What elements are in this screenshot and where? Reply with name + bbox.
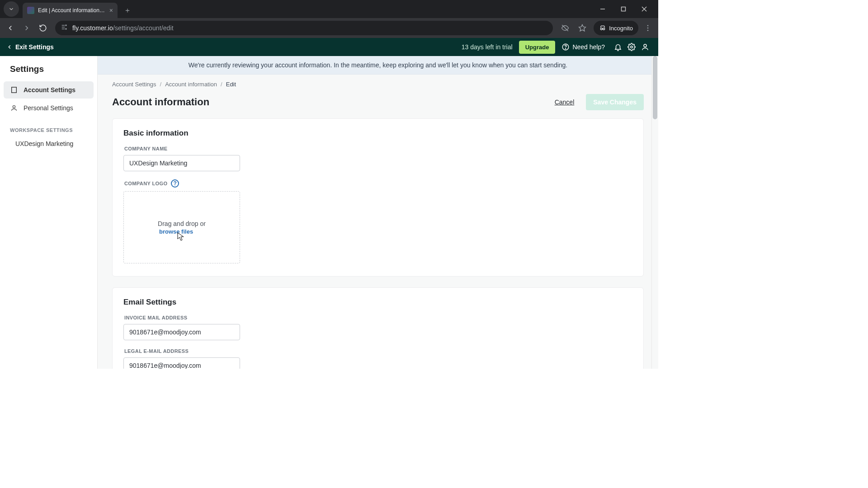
reload-button[interactable] [35,20,51,36]
breadcrumb: Account Settings / Account information /… [98,75,658,88]
need-help-button[interactable]: Need help? [561,43,605,51]
svg-point-19 [644,44,646,47]
trial-status: 13 days left in trial [462,43,513,51]
settings-sidebar: Settings Account Settings Personal Setti… [0,56,98,369]
page-header: Account information Cancel Save Changes [98,88,658,118]
incognito-badge[interactable]: Incognito [594,21,638,35]
sidebar-item-workspace[interactable]: UXDesign Marketing [0,136,97,151]
svg-point-18 [631,46,633,48]
upgrade-button[interactable]: Upgrade [519,41,556,54]
tab-search-button[interactable] [4,1,19,17]
basic-information-title: Basic information [123,129,632,138]
tab-close-button[interactable]: × [109,7,113,14]
svg-point-15 [647,30,649,31]
svg-rect-1 [622,7,626,11]
help-circle-icon [561,43,570,51]
svg-point-11 [601,28,603,30]
company-name-input[interactable] [123,155,240,171]
save-changes-button[interactable]: Save Changes [586,94,644,110]
chevron-left-icon [6,44,13,50]
breadcrumb-account-information[interactable]: Account information [165,81,217,88]
sidebar-item-personal-settings[interactable]: Personal Settings [4,99,94,117]
browser-tab[interactable]: Edit | Account information | Ac × [23,3,118,18]
sidebar-item-label: Personal Settings [24,104,73,112]
new-tab-button[interactable]: ＋ [121,4,134,17]
eye-off-icon[interactable] [557,20,573,36]
dropzone-text: Drag and drop or [158,220,206,227]
svg-point-12 [603,28,605,30]
sidebar-title: Settings [0,64,97,80]
email-settings-title: Email Settings [123,298,632,307]
notifications-button[interactable] [611,40,625,54]
sidebar-item-account-settings[interactable]: Account Settings [4,81,94,99]
svg-point-17 [566,48,566,49]
exit-settings-button[interactable]: Exit Settings [6,43,54,51]
vertical-scrollbar[interactable] [651,56,658,369]
window-controls [592,0,655,18]
invoice-mail-label: INVOICE MAIL ADDRESS [124,315,632,320]
svg-point-8 [66,28,66,29]
workspace-settings-heading: WORKSPACE SETTINGS [0,117,97,136]
site-info-icon[interactable] [61,23,68,33]
svg-point-13 [647,25,649,26]
building-icon [10,86,18,94]
exit-settings-label: Exit Settings [15,43,54,51]
breadcrumb-current: Edit [226,81,236,88]
breadcrumb-account-settings[interactable]: Account Settings [112,81,156,88]
incognito-icon [599,24,606,32]
svg-rect-20 [12,87,17,93]
browser-toolbar: fly.customer.io/settings/account/edit In… [0,18,658,38]
back-button[interactable] [3,20,18,36]
settings-gear-button[interactable] [625,40,638,54]
tab-title: Edit | Account information | Ac [38,7,106,14]
basic-information-card: Basic information COMPANY NAME COMPANY L… [112,118,644,277]
content-area: We're currently reviewing your account i… [98,56,658,369]
incognito-label: Incognito [609,25,633,32]
maximize-button[interactable] [613,0,634,18]
window-close-button[interactable] [634,0,655,18]
user-icon [10,104,18,112]
sidebar-item-label: Account Settings [24,86,75,94]
review-banner: We're currently reviewing your account i… [98,56,658,75]
legal-mail-label: LEGAL E-MAIL ADDRESS [124,348,632,354]
page-title: Account information [112,96,209,108]
url-text: fly.customer.io/settings/account/edit [72,24,174,32]
favicon-icon [27,7,34,14]
scrollbar-thumb[interactable] [653,56,657,119]
help-icon[interactable]: ? [171,179,179,188]
browser-menu-button[interactable] [640,20,656,36]
svg-point-14 [647,28,649,29]
bookmark-star-icon[interactable] [575,20,590,36]
invoice-mail-input[interactable] [123,324,240,340]
profile-button[interactable] [638,40,652,54]
browser-tab-strip: Edit | Account information | Ac × ＋ [0,0,658,18]
minimize-button[interactable] [592,0,613,18]
cancel-button[interactable]: Cancel [555,99,575,106]
forward-button[interactable] [19,20,34,36]
svg-point-7 [66,25,66,26]
address-bar[interactable]: fly.customer.io/settings/account/edit [55,21,553,35]
svg-point-27 [13,106,15,108]
app-topbar: Exit Settings 13 days left in trial Upgr… [0,38,658,56]
logo-dropzone[interactable]: Drag and drop or browse files [123,191,240,263]
email-settings-card: Email Settings INVOICE MAIL ADDRESS LEGA… [112,287,644,369]
company-name-label: COMPANY NAME [124,146,632,151]
need-help-label: Need help? [572,43,605,51]
svg-marker-10 [579,25,586,31]
company-logo-label: COMPANY LOGO ? [124,179,632,188]
legal-mail-input[interactable] [123,357,240,369]
browse-files-link[interactable]: browse files [159,228,193,235]
